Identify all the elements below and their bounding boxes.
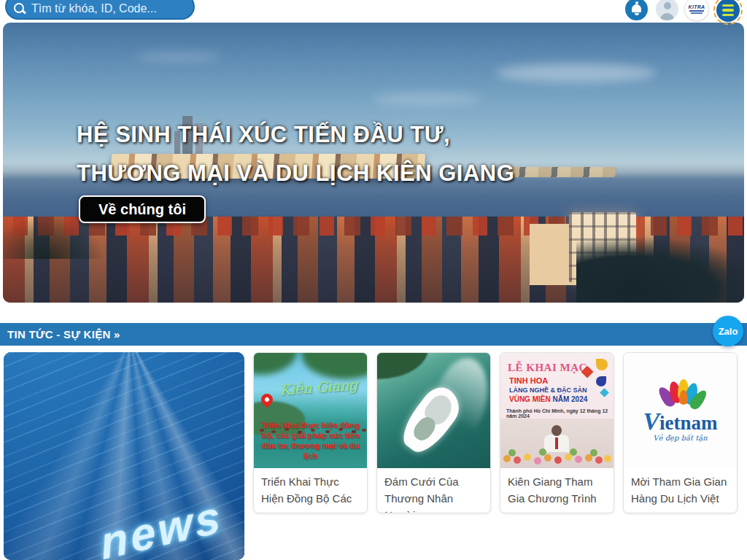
search-icon — [14, 3, 26, 15]
news-section-title-link[interactable]: TIN TỨC - SỰ KIỆN » — [7, 328, 120, 341]
hero-title-line2: THƯƠNG MẠI VÀ DU LỊCH KIÊN GIANG — [77, 154, 514, 192]
news-card[interactable]: Vietnam Vẻ đẹp bất tận Mời Tham Gia Gian… — [623, 352, 738, 513]
poster-line4: VÙNG MIỀN NĂM 2024 — [509, 395, 587, 403]
news-card-image — [377, 353, 490, 468]
news-section-header: TIN TỨC - SỰ KIỆN » — [0, 323, 747, 346]
news-card[interactable]: LỄ KHAI MẠC TINH HOA LÀNG NGHỀ & ĐẶC SẢN… — [500, 352, 614, 513]
hero-title: HỆ SINH THÁI XÚC TIẾN ĐẦU TƯ, THƯƠNG MẠI… — [77, 115, 514, 192]
brand-logo-text: KITRA — [689, 4, 705, 9]
poster-line1: LỄ KHAI MẠC — [508, 362, 587, 374]
flowers-graphic — [503, 455, 511, 462]
top-header: KITRA — [0, 0, 747, 23]
news-card-image: Kiên Giang Triển khai thực hiện đồng bộ,… — [254, 353, 367, 468]
news-card[interactable]: Đám Cưới Của Thương Nhân Người — [376, 352, 491, 513]
user-avatar-button[interactable] — [656, 0, 678, 20]
poster-line3: LÀNG NGHỀ & ĐẶC SẢN — [509, 386, 587, 394]
search-bar[interactable] — [5, 0, 195, 20]
hero-banner: HỆ SINH THÁI XÚC TIẾN ĐẦU TƯ, THƯƠNG MẠI… — [3, 23, 744, 303]
hamburger-icon — [716, 0, 740, 22]
hero-title-line1: HỆ SINH THÁI XÚC TIẾN ĐẦU TƯ, — [77, 115, 514, 154]
bell-icon — [632, 4, 641, 12]
news-card-title[interactable]: Kiên Giang Tham Gia Chương Trình — [500, 468, 614, 513]
zalo-chat-button[interactable]: Zalo — [713, 316, 743, 346]
user-icon — [664, 2, 671, 9]
card-image-overlay-text: Triển khai thực hiện đồng bộ, các giải p… — [255, 420, 365, 461]
news-cards-row: news Kiên Giang Triển khai thực hiện đồn… — [0, 346, 747, 560]
poster-line5: Thành phố Hồ Chí Minh, ngày 12 tháng 12 … — [506, 408, 614, 419]
news-card[interactable]: Kiên Giang Triển khai thực hiện đồng bộ,… — [253, 352, 368, 513]
poster-logo-graphic — [583, 359, 608, 397]
speaker-graphic — [551, 425, 562, 436]
news-card-image: Vietnam Vẻ đẹp bất tận — [624, 353, 737, 468]
brand-logo[interactable]: KITRA — [684, 0, 709, 21]
notifications-button[interactable] — [625, 0, 648, 20]
search-input[interactable] — [31, 2, 186, 15]
news-card-title[interactable]: Triển Khai Thực Hiện Đồng Bộ Các — [254, 468, 367, 513]
main-menu-button[interactable] — [713, 0, 743, 25]
news-card-title[interactable]: Mời Tham Gia Gian Hàng Du Lịch Việt — [624, 468, 737, 513]
news-card-image: LỄ KHAI MẠC TINH HOA LÀNG NGHỀ & ĐẶC SẢN… — [500, 353, 614, 468]
news-card-title[interactable]: Đám Cưới Của Thương Nhân Người — [377, 468, 490, 513]
vietnam-logo-tagline: Vẻ đẹp bất tận — [653, 434, 707, 442]
lotus-logo-graphic — [655, 381, 706, 413]
card-image-caption: Kiên Giang — [271, 376, 366, 398]
featured-news-image[interactable]: news — [4, 352, 244, 560]
about-us-button[interactable]: Về chúng tôi — [79, 195, 206, 223]
poster-line2: TINH HOA — [509, 376, 548, 385]
